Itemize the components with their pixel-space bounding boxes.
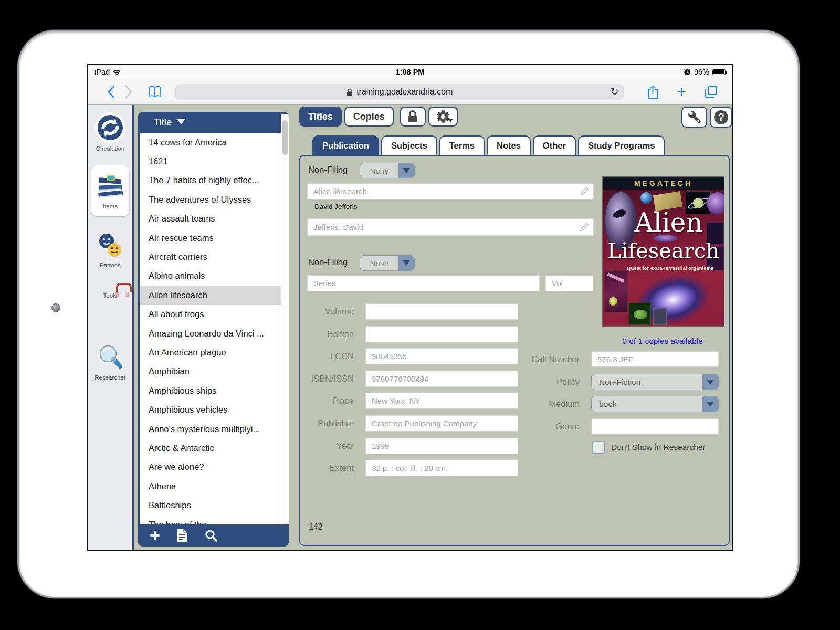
reload-icon[interactable]: ↻ — [611, 86, 619, 97]
field-input-extent[interactable]: 32 p. : col. ill. ; 28 cm. — [365, 460, 518, 476]
field-input-place[interactable]: New York, NY — [365, 393, 518, 409]
dropdown-value: None — [360, 163, 398, 178]
list-item[interactable]: The best of the... — [140, 515, 287, 524]
tab-study-programs[interactable]: Study Programs — [578, 135, 665, 155]
list-item[interactable]: Are we alone? — [140, 458, 287, 477]
sidebar-item-label: Researcher — [88, 374, 132, 381]
status-bar: iPad 1:08 PM 96% — [88, 65, 732, 79]
forward-button[interactable] — [120, 85, 138, 99]
series-input[interactable]: Series — [307, 275, 540, 291]
list-item[interactable]: Anno's mysterious multiplyi... — [140, 419, 287, 438]
field-value: Crabtree Publishing Company — [372, 419, 477, 428]
list-item[interactable]: Air rescue teams — [140, 228, 287, 247]
field-input-edition[interactable] — [365, 326, 518, 342]
lock-icon — [406, 110, 419, 123]
ipad-frame: iPad 1:08 PM 96% — [17, 30, 800, 598]
list-item[interactable]: Amphibious ships — [140, 381, 287, 400]
series-placeholder: Series — [313, 279, 336, 288]
tab-publication[interactable]: Publication — [312, 135, 379, 155]
book-cover-image: MEGATECH Alien Lifesearch Quest for extr… — [602, 176, 724, 327]
sidebar-item-patrons[interactable]: Patrons — [88, 231, 132, 268]
field-input-lccn[interactable]: 98045355 — [365, 348, 518, 364]
list-item[interactable]: All about frogs — [140, 305, 287, 324]
title-list-panel: Title 14 cows for America1621The 7 habit… — [138, 112, 289, 547]
dropdown-value: None — [360, 256, 398, 270]
non-filing-label: Non-Filing — [308, 165, 348, 175]
tab-other[interactable]: Other — [533, 135, 576, 155]
list-item[interactable]: 1621 — [140, 152, 287, 171]
field-label: Place — [300, 393, 360, 409]
sidebar-item-researcher[interactable]: Researcher — [88, 342, 132, 381]
help-button[interactable]: ? — [710, 107, 732, 128]
call-number-label: Call Number — [510, 351, 586, 368]
author-input[interactable]: Jefferis, David — [307, 218, 594, 236]
non-filing-label: Non-Filing — [308, 257, 348, 267]
list-item[interactable]: 14 cows for America — [140, 133, 287, 152]
sidebar-item-circulation[interactable]: Circulation — [88, 111, 132, 152]
url-field[interactable]: training.goalexandria.com ↻ — [175, 84, 624, 100]
tabs-icon[interactable] — [704, 85, 718, 99]
items-books-icon — [88, 169, 132, 202]
search-button[interactable] — [204, 529, 218, 542]
call-number-input[interactable]: 576.8 JEF — [591, 351, 719, 367]
actions-menu-button[interactable] — [428, 107, 458, 127]
list-item[interactable]: Arctic & Antarctic — [140, 438, 287, 457]
list-item[interactable]: Air assault teams — [140, 209, 287, 228]
policy-value: Non-Fiction — [592, 374, 702, 390]
clock-time: 1:08 PM — [88, 68, 732, 76]
field-input-year[interactable]: 1999 — [365, 438, 518, 454]
dont-show-checkbox[interactable] — [592, 441, 605, 454]
field-input-isbn-issn[interactable]: 9780778700494 — [365, 371, 518, 387]
tab-titles[interactable]: Titles — [299, 107, 342, 127]
bookmarks-icon[interactable] — [146, 85, 164, 99]
title-input[interactable]: Alien lifesearch — [307, 183, 594, 200]
list-sort-header[interactable]: Title — [138, 112, 289, 133]
policy-dropdown[interactable]: Non-Fiction — [591, 374, 719, 390]
sidebar-item-tools[interactable]: Tools — [88, 288, 132, 299]
sidebar: Circulation — [88, 105, 134, 551]
list-item[interactable]: Amphibious vehicles — [140, 400, 287, 419]
edit-pencil-icon — [579, 222, 589, 232]
add-title-button[interactable]: + — [150, 528, 160, 542]
field-value: 98045355 — [372, 352, 407, 361]
list-item[interactable]: The adventures of Ulysses — [140, 190, 287, 209]
edit-pencil-icon — [579, 186, 589, 196]
tab-copies[interactable]: Copies — [344, 107, 394, 127]
field-input-volume[interactable] — [365, 303, 518, 320]
cover-tagline: Quest for extra-terrestrial organisms — [618, 265, 722, 271]
medium-value: book — [592, 396, 702, 412]
back-button[interactable] — [102, 85, 120, 99]
record-document-button[interactable] — [176, 528, 188, 543]
list-item[interactable]: Aircraft carriers — [140, 247, 287, 266]
list-item[interactable]: An American plague — [140, 343, 287, 362]
screen: iPad 1:08 PM 96% — [87, 64, 733, 551]
preferences-button[interactable] — [681, 107, 707, 128]
list-item[interactable]: Amphibian — [140, 362, 287, 381]
non-filing-dropdown-1[interactable]: None — [360, 163, 415, 178]
field-input-publisher[interactable]: Crabtree Publishing Company — [365, 415, 518, 432]
title-list: 14 cows for America1621The 7 habits of h… — [140, 133, 287, 524]
share-icon[interactable] — [647, 85, 659, 100]
tab-notes[interactable]: Notes — [487, 135, 531, 155]
list-item[interactable]: Alien lifesearch — [140, 286, 287, 304]
tab-terms[interactable]: Terms — [439, 135, 485, 155]
list-item[interactable]: The 7 habits of highly effec... — [140, 171, 287, 190]
list-item[interactable]: Amazing Leonardo da Vinci ... — [140, 324, 287, 343]
non-filing-dropdown-2[interactable]: None — [360, 255, 415, 271]
utility-buttons: ? — [681, 107, 732, 128]
author-input-value: Jefferis, David — [313, 223, 363, 232]
list-item[interactable]: Battleships — [140, 496, 287, 514]
list-item[interactable]: Albino animals — [140, 267, 287, 286]
tab-subjects[interactable]: Subjects — [381, 135, 437, 155]
dropdown-arrow-icon — [398, 256, 414, 270]
scrollbar-thumb[interactable] — [282, 120, 288, 155]
genre-input[interactable] — [591, 418, 719, 435]
list-item[interactable]: Athena — [140, 477, 287, 496]
medium-dropdown[interactable]: book — [591, 396, 719, 412]
battery-icon — [712, 69, 726, 75]
lock-button[interactable] — [400, 107, 426, 127]
new-tab-icon[interactable]: + — [677, 84, 686, 100]
vol-placeholder: Vol — [552, 279, 563, 288]
vol-input[interactable]: Vol — [545, 275, 593, 291]
sidebar-item-items[interactable]: Items — [88, 169, 132, 209]
